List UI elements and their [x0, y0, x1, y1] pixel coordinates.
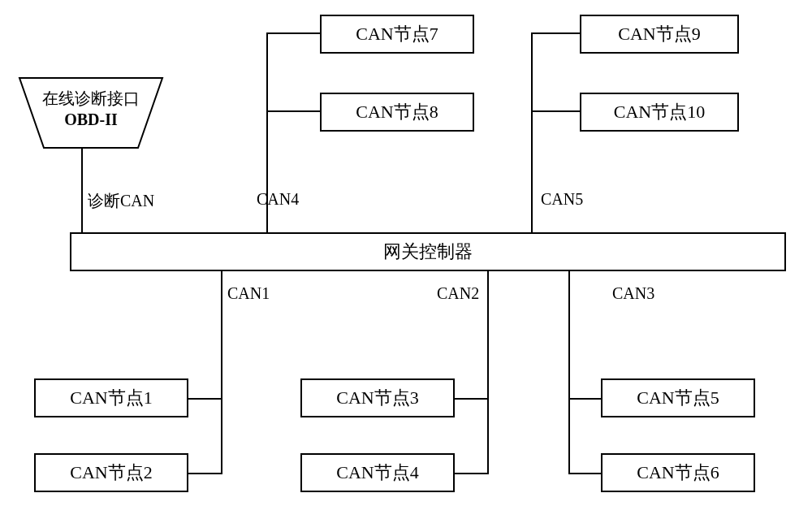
node-label: CAN节点6 — [637, 461, 719, 485]
bus-label-can4: CAN4 — [257, 190, 299, 209]
bus-label-can3: CAN3 — [612, 284, 654, 303]
can-node-8: CAN节点8 — [320, 93, 474, 132]
wire — [568, 398, 601, 400]
can-node-1: CAN节点1 — [34, 378, 188, 417]
node-label: CAN节点4 — [336, 461, 418, 485]
wire — [531, 32, 533, 232]
wire — [221, 271, 222, 474]
bus-label-diag: 诊断CAN — [88, 190, 154, 212]
can-node-10: CAN节点10 — [580, 93, 739, 132]
node-label: CAN节点10 — [614, 100, 705, 124]
wire — [81, 148, 83, 234]
obd-label: 在线诊断接口 OBD-II — [26, 88, 156, 130]
can-node-9: CAN节点9 — [580, 15, 739, 54]
wire — [531, 32, 580, 34]
wire — [188, 473, 222, 474]
node-label: CAN节点5 — [637, 386, 719, 410]
wire — [487, 271, 489, 474]
wire — [568, 271, 570, 474]
gateway-label: 网关控制器 — [383, 240, 473, 264]
bus-label-can1: CAN1 — [227, 284, 270, 303]
wire — [531, 110, 580, 112]
wire — [266, 32, 320, 34]
node-label: CAN节点2 — [70, 461, 152, 485]
can-node-5: CAN节点5 — [601, 378, 755, 417]
can-node-7: CAN节点7 — [320, 15, 474, 54]
node-label: CAN节点1 — [70, 386, 152, 410]
node-label: CAN节点3 — [336, 386, 418, 410]
wire — [266, 110, 320, 112]
wire — [266, 32, 268, 232]
bus-label-can2: CAN2 — [437, 284, 479, 303]
bus-label-can5: CAN5 — [541, 190, 583, 209]
gateway-controller: 网关控制器 — [70, 232, 786, 271]
can-node-4: CAN节点4 — [300, 453, 455, 492]
wire — [455, 473, 489, 474]
can-node-2: CAN节点2 — [34, 453, 188, 492]
wire — [568, 473, 601, 474]
obd-line2: OBD-II — [26, 109, 156, 130]
obd-line1: 在线诊断接口 — [26, 88, 156, 109]
wire — [188, 398, 222, 400]
can-node-3: CAN节点3 — [300, 378, 455, 417]
can-node-6: CAN节点6 — [601, 453, 755, 492]
node-label: CAN节点9 — [618, 22, 700, 46]
wire — [455, 398, 489, 400]
node-label: CAN节点7 — [356, 22, 438, 46]
node-label: CAN节点8 — [356, 100, 438, 124]
